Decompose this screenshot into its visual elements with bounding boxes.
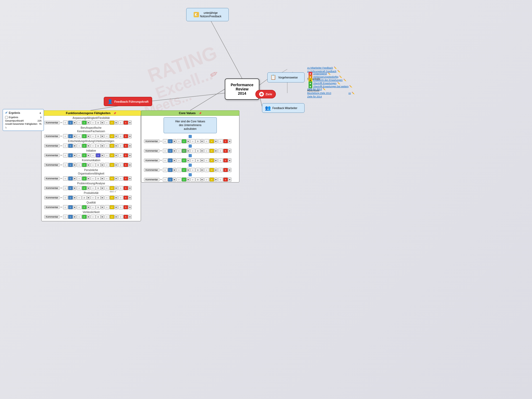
main-canvas: RATING Excell... Meets... Need... 📝 unte…	[0, 0, 532, 399]
core-row-3: Kommentar ✏ ○1▼ ○2▼ ○3▼ ○4▼ ○5▼	[141, 154, 239, 163]
kommentar-btn-anpassung[interactable]: Kommentar	[44, 121, 60, 124]
edit-initiative[interactable]: ✏	[60, 154, 63, 157]
core-kommentar-btn-4[interactable]: Kommentar	[144, 168, 160, 172]
edit-persoenlich[interactable]: ✏	[60, 177, 63, 180]
edit-icon-2[interactable]: ✏️	[337, 70, 340, 73]
kommentar-row-initiative: Kommentar ✏ ○1▼ ○2▼ ○3▼ ○4▼ ○5▼	[43, 153, 140, 158]
rating-num-4[interactable]: 4	[110, 120, 114, 125]
feedback-fuehrungskraft-label: Feedback Führungskraft	[114, 100, 148, 103]
ziele-sub-xx[interactable]: xx ✏️	[348, 92, 355, 94]
skill-kommunikation: Kommunikation Kommentar ✏ ○1▼ ○2▼ ○3▼ ○4…	[41, 158, 141, 168]
core-edit-5[interactable]: ✏	[160, 178, 162, 181]
kommentar-btn-verlaesslichkeit[interactable]: Kommentar	[44, 215, 60, 219]
rating-dropdown-5[interactable]: ▼	[128, 120, 132, 125]
skill-beruf: BerufsspezifischeKenntnisse/Fachwissen K…	[41, 125, 141, 139]
skill-anpassung: Anpassungsfähigkeit/Flexibilität Komment…	[41, 116, 141, 125]
skill-produktivitaet: Produktivität Kommentar ✏ ○1▼ ○2▼ ○3▼ ○4…	[41, 191, 141, 200]
core-kommentar-btn-1[interactable]: Kommentar	[144, 139, 160, 143]
vorgehensweise-icon: 📋	[270, 74, 277, 81]
kommentar-btn-kommunikation[interactable]: Kommentar	[44, 163, 60, 167]
svg-line-6	[190, 89, 225, 110]
skill-label-kommunikation: Kommunikation	[43, 158, 140, 162]
edit-produktivitaet[interactable]: ✏	[60, 196, 63, 199]
edit-entscheidung[interactable]: ✏	[60, 144, 63, 147]
core-row-5: Kommentar ✏ ○1▼ ○2▼ ○3▼ ○4▼ ○5▼	[141, 173, 239, 182]
core-kommentar-btn-3[interactable]: Kommentar	[144, 159, 160, 162]
vorgehensweise-label: Vorgehensweise	[278, 76, 298, 79]
edit-kommunikation[interactable]: ✏	[60, 164, 63, 166]
core-edit-3[interactable]: ✏	[160, 159, 162, 162]
feedback-fuehrungskraft-node[interactable]: 👤 Feedback Führungskraft	[104, 97, 152, 106]
skill-label-beruf: BerufsspezifischeKenntnisse/Fachwissen	[43, 125, 140, 134]
core-edit-4[interactable]: ✏	[160, 169, 162, 171]
funk-section-icon[interactable]: 📌	[113, 112, 116, 115]
ziele-label: Ziele	[265, 93, 272, 96]
rating-num-3[interactable]: 3	[96, 120, 101, 125]
ergebnis-row-1: Ergebnis 3	[5, 116, 41, 119]
rating-circle-3[interactable]: ○	[91, 120, 95, 125]
kommentar-btn-beruf[interactable]: Kommentar	[44, 134, 60, 138]
central-node: Performance Review 2014	[225, 78, 259, 100]
rating-dropdown-3[interactable]: ▼	[101, 120, 104, 125]
funk-section-header: Funktionsbezogene Fähigkeiten 📌	[41, 110, 141, 116]
kommentar-btn-produktivitaet[interactable]: Kommentar	[44, 196, 60, 200]
rating-dropdown-4[interactable]: ▼	[115, 120, 118, 125]
rating-group-anpassung-3: ○ 3 ▼	[91, 120, 104, 125]
edit-skala-2[interactable]: ✏️	[339, 76, 342, 78]
sub-item-mitarbeiter-feedback[interactable]: zu Mitarbeiter Feedback ✏️	[307, 66, 337, 69]
vorgehensweise-node[interactable]: 📋 Vorgehensweise	[267, 72, 305, 82]
ziele-node[interactable]: ⊕ Ziele	[255, 90, 276, 98]
ziele-sub-2[interactable]: Beurteilung Ziele 2013	[307, 92, 331, 94]
core-values-note: Hier sind die Core Values des Unternehme…	[164, 117, 217, 133]
edit-beruf[interactable]: ✏	[60, 135, 63, 138]
edit-qualitaet[interactable]: ✏	[60, 206, 63, 209]
edit-anpassung[interactable]: ✏	[60, 121, 63, 124]
edit-icon-1[interactable]: ✏️	[334, 66, 337, 69]
edit-skala-5[interactable]: ✏️	[349, 85, 352, 88]
core-kommentar-row-3: Kommentar ✏ ○1▼ ○2▼ ○3▼ ○4▼ ○5▼	[142, 158, 238, 163]
core-connector-3	[189, 154, 192, 157]
core-kommentar-row-1: Kommentar ✏ ○1▼ ○2▼ ○3▼ ○4▼ ○5▼	[142, 139, 238, 144]
rating-num-1[interactable]: 1	[68, 120, 73, 125]
rating-dropdown-1[interactable]: ▼	[73, 120, 76, 125]
edit-skala-1[interactable]: ✏️	[328, 72, 331, 75]
kommentar-btn-qualitaet[interactable]: Kommentar	[44, 205, 60, 209]
skill-label-problem: Problemlösung/Analyse	[43, 181, 140, 185]
rating-num-2[interactable]: 2	[82, 120, 87, 125]
core-kommentar-btn-5[interactable]: Kommentar	[144, 178, 160, 181]
core-connector-2	[189, 144, 192, 148]
kommentar-btn-persoenlich[interactable]: Kommentar	[44, 177, 60, 180]
ziele-icon: ⊕	[259, 92, 264, 97]
rating-circle-2[interactable]: ○	[77, 120, 82, 125]
kommentar-btn-initiative[interactable]: Kommentar	[44, 153, 60, 157]
rating-circle-4[interactable]: ○	[105, 120, 109, 125]
core-kommentar-btn-2[interactable]: Kommentar	[144, 149, 160, 153]
kommentar-btn-problem[interactable]: Kommentar	[44, 186, 60, 190]
rating-group-anpassung-4: ○ 4 ▼	[105, 120, 118, 125]
kommentar-btn-entscheidung[interactable]: Kommentar	[44, 144, 60, 148]
core-values-icon[interactable]: 📌	[199, 112, 202, 115]
feedback-mitarbeiter-node[interactable]: 👥 Feedback Mitarbeiter	[262, 103, 305, 113]
edit-verlaesslichkeit[interactable]: ✏	[60, 215, 63, 218]
notizen-icon: 📝	[194, 12, 199, 17]
rating-circle-5[interactable]: ○	[118, 120, 123, 125]
kommentar-row-problem: Kommentar ✏ ○1▼ ○2▼ ○3▼ ○4Wert: 4▼ ○5▼	[43, 185, 140, 191]
edit-skala-4[interactable]: ✏️	[337, 82, 340, 85]
ergebnis-expand[interactable]: ▲	[39, 111, 41, 114]
rating-num-5[interactable]: 5	[123, 120, 128, 125]
funktionsbezogene-section: Funktionsbezogene Fähigkeiten 📌 Anpassun…	[41, 110, 141, 221]
rating-circle-1[interactable]: ○	[63, 120, 68, 125]
ergebnis-checkbox[interactable]	[5, 116, 8, 119]
rating-group-anpassung-5: ○ 5 ▼	[118, 120, 132, 125]
rating-dropdown-2[interactable]: ▼	[87, 120, 90, 125]
top-node-notizen[interactable]: 📝 unterjährige Notizen/Feedback	[186, 8, 229, 21]
core-edit-2[interactable]: ✏	[160, 149, 162, 152]
core-row-1: Kommentar ✏ ○1▼ ○2▼ ○3▼ ○4▼ ○5▼	[141, 135, 239, 144]
core-edit-1[interactable]: ✏	[160, 140, 162, 143]
edit-problem[interactable]: ✏	[60, 187, 63, 189]
ziele-sub-1[interactable]: Ziele für 2013 ✏️	[307, 88, 326, 90]
ziele-sub-3[interactable]: Ziele für 2014	[307, 95, 322, 98]
edit-skala-3[interactable]: ✏️	[343, 79, 346, 81]
kommentar-row-entscheidung: Kommentar ✏ ○1▼ ○2▼ ○3▼ ○4▼ ○5▼	[43, 143, 140, 148]
kommentar-row-kommunikation: Kommentar ✏ ○1▼ ○2▼ ○3▼ ○4▼ ○5▼	[43, 162, 140, 168]
